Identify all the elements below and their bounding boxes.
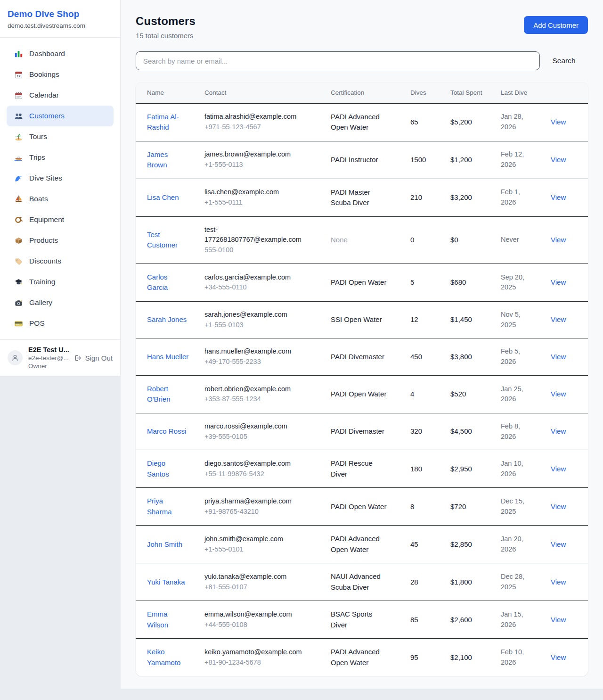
customer-dives: 1500	[410, 141, 450, 179]
view-customer-link[interactable]: View	[551, 653, 566, 661]
customer-last-dive: Dec 28, 2025	[501, 563, 551, 601]
customer-name-link[interactable]: John Smith	[147, 540, 182, 548]
customer-name-link[interactable]: Carlos Garcia	[147, 273, 168, 292]
shop-domain: demo.test.divestreams.com	[8, 22, 113, 29]
customer-name-link[interactable]: Lisa Chen	[147, 193, 179, 201]
customers-table: NameContactCertificationDivesTotal Spent…	[136, 82, 588, 676]
bookings-icon: 17	[14, 70, 23, 79]
customer-total-spent: $680	[450, 264, 501, 301]
user-name: E2E Test U...	[28, 346, 67, 354]
view-customer-link[interactable]: View	[551, 502, 566, 511]
dashboard-icon	[14, 49, 23, 58]
customer-phone: +91-98765-43210	[204, 507, 314, 517]
customer-last-dive: Never	[501, 216, 551, 264]
customer-name-link[interactable]: Hans Mueller	[147, 353, 188, 361]
customer-name-link[interactable]: Yuki Tanaka	[147, 578, 185, 586]
column-header-dives: Dives	[410, 82, 450, 103]
view-customer-link[interactable]: View	[551, 315, 566, 323]
column-header-contact: Contact	[204, 82, 331, 103]
view-customer-link[interactable]: View	[551, 578, 566, 586]
sidebar-item-calendar[interactable]: Calendar	[7, 85, 114, 106]
customer-dives: 85	[410, 601, 450, 639]
user-info: E2E Test U... e2e-tester@... Owner	[28, 346, 67, 370]
customer-name-link[interactable]: Marco Rossi	[147, 427, 186, 435]
search-button[interactable]: Search	[540, 57, 588, 65]
customer-email: marco.rossi@example.com	[204, 421, 314, 432]
dive-sites-icon	[14, 174, 23, 183]
customer-name-link[interactable]: Emma Wilson	[147, 610, 168, 629]
sidebar-item-boats[interactable]: Boats	[7, 189, 114, 209]
app-shell: Demo Dive Shop demo.test.divestreams.com…	[0, 0, 603, 689]
add-customer-button[interactable]: Add Customer	[524, 16, 588, 34]
sidebar-item-customers[interactable]: Customers	[7, 106, 114, 126]
sidebar-nav: Dashboard 17 Bookings Calendar Customers…	[0, 38, 120, 338]
sidebar-item-equipment[interactable]: Equipment	[7, 209, 114, 230]
customer-name-link[interactable]: Fatima Al-Rashid	[147, 113, 179, 132]
avatar	[8, 350, 23, 365]
customer-total-spent: $0	[450, 216, 501, 264]
sidebar-item-products[interactable]: Products	[7, 230, 114, 251]
view-customer-link[interactable]: View	[551, 278, 566, 286]
trips-icon	[14, 153, 23, 162]
customer-phone: +1-555-0101	[204, 544, 314, 555]
customer-phone: +353-87-555-1234	[204, 394, 314, 404]
customer-phone: +971-55-123-4567	[204, 122, 314, 132]
sidebar-item-dive-sites[interactable]: Dive Sites	[7, 168, 114, 189]
customer-last-dive: Feb 5, 2026	[501, 338, 551, 376]
sidebar-item-pos[interactable]: POS	[7, 313, 114, 334]
customer-name-link[interactable]: Keiko Yamamoto	[147, 648, 180, 667]
view-customer-link[interactable]: View	[551, 236, 566, 244]
customer-total-spent: $3,200	[450, 179, 501, 216]
sign-out-button[interactable]: Sign Out	[73, 354, 113, 362]
calendar-icon	[14, 91, 23, 100]
view-customer-link[interactable]: View	[551, 616, 566, 624]
sidebar-item-tours[interactable]: Tours	[7, 126, 114, 147]
customer-certification: PADI Instructor	[331, 141, 410, 179]
boats-icon	[14, 195, 23, 204]
page-header: Customers 15 total customers Add Custome…	[136, 15, 588, 40]
customer-certification: PADI Advanced Open Water	[331, 639, 410, 676]
customer-last-dive: Nov 5, 2025	[501, 301, 551, 338]
table-header: NameContactCertificationDivesTotal Spent…	[136, 82, 588, 103]
sidebar-item-trips[interactable]: Trips	[7, 147, 114, 168]
view-customer-link[interactable]: View	[551, 540, 566, 548]
view-customer-link[interactable]: View	[551, 390, 566, 398]
customer-dives: 65	[410, 103, 450, 141]
customer-email: emma.wilson@example.com	[204, 609, 314, 620]
customer-last-dive: Feb 10, 2026	[501, 639, 551, 676]
view-customer-link[interactable]: View	[551, 427, 566, 435]
view-customer-link[interactable]: View	[551, 118, 566, 126]
customer-name-link[interactable]: Priya Sharma	[147, 497, 172, 516]
customer-email: keiko.yamamoto@example.com	[204, 647, 314, 658]
customer-dives: 95	[410, 639, 450, 676]
customer-email: james.brown@example.com	[204, 149, 314, 160]
customer-dives: 0	[410, 216, 450, 264]
customer-certification: SSI Open Water	[331, 301, 410, 338]
customer-name-link[interactable]: Test Customer	[147, 231, 178, 249]
sidebar-item-bookings[interactable]: 17 Bookings	[7, 64, 114, 85]
search-input[interactable]	[136, 51, 540, 70]
customer-last-dive: Jan 28, 2026	[501, 103, 551, 141]
sidebar-item-discounts[interactable]: Discounts	[7, 251, 114, 272]
view-customer-link[interactable]: View	[551, 156, 566, 164]
customer-email: test-1772681807767@example.com	[204, 225, 314, 246]
customer-total-spent: $1,800	[450, 563, 501, 601]
customer-last-dive: Jan 15, 2026	[501, 601, 551, 639]
customer-name-link[interactable]: Sarah Jones	[147, 315, 187, 323]
customer-email: sarah.jones@example.com	[204, 310, 314, 320]
customer-certification: NAUI Advanced Scuba Diver	[331, 563, 410, 601]
view-customer-link[interactable]: View	[551, 465, 566, 473]
customer-last-dive: Dec 15, 2025	[501, 488, 551, 526]
sidebar-item-dashboard[interactable]: Dashboard	[7, 43, 114, 64]
view-customer-link[interactable]: View	[551, 193, 566, 201]
sign-out-label: Sign Out	[85, 354, 113, 362]
customer-phone: +1-555-0103	[204, 320, 314, 330]
customer-name-link[interactable]: Diego Santos	[147, 459, 169, 478]
view-customer-link[interactable]: View	[551, 353, 566, 361]
sidebar-item-training[interactable]: Training	[7, 272, 114, 292]
customer-name-link[interactable]: Robert O'Brien	[147, 385, 171, 404]
sidebar-item-gallery[interactable]: Gallery	[7, 292, 114, 313]
customer-name-link[interactable]: James Brown	[147, 150, 168, 169]
customer-total-spent: $2,950	[450, 450, 501, 488]
search-row: Search	[136, 51, 588, 70]
